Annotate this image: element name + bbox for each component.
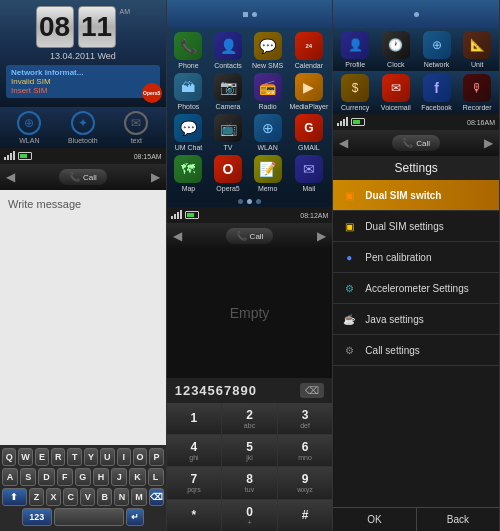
dialer-key-7[interactable]: 7 pqrs [167,467,222,498]
dialer-backspace[interactable]: ⌫ [300,383,324,398]
write-message-area[interactable]: Write message [0,190,166,445]
kb-key-v[interactable]: V [80,488,95,506]
dialer-key-0[interactable]: 0 + [222,500,277,531]
kb-key-a[interactable]: A [2,468,18,486]
quick-icon-bluetooth[interactable]: ✦ Bluetooth [68,111,98,144]
kb-key-j[interactable]: J [111,468,127,486]
kb-key-d[interactable]: D [38,468,54,486]
settings-item-call[interactable]: ⚙ Call settings [333,335,499,366]
p3-nav-left[interactable]: ◀ [339,136,348,150]
kb-key-r[interactable]: R [51,448,65,466]
dialer-key-9[interactable]: 9 wxyz [278,467,333,498]
app-camera[interactable]: 📷 Camera [210,73,246,110]
dialer-key-6[interactable]: 6 mno [278,435,333,466]
dialer-key-star[interactable]: * [167,500,222,531]
dialer-key-2[interactable]: 2 abc [222,403,277,434]
p1-nav-left[interactable]: ◀ [6,170,15,184]
app-tv[interactable]: 📺 TV [210,114,246,151]
kb-key-z[interactable]: Z [29,488,44,506]
kb-key-i[interactable]: I [117,448,131,466]
phone-label: Phone [178,62,198,69]
app-profile[interactable]: 👤 Profile [336,31,374,68]
p2-nav-left[interactable]: ◀ [173,229,182,243]
kb-key-s[interactable]: S [20,468,36,486]
app-voicemail[interactable]: ✉ Voicemail [377,74,415,111]
dialer-key-3[interactable]: 3 def [278,403,333,434]
empty-label: Empty [230,305,270,321]
app-calendar[interactable]: 24 Calendar [289,32,328,69]
kb-space[interactable] [54,508,124,526]
kb-shift[interactable]: ⬆ [2,488,27,506]
app-mail[interactable]: ✉ Mail [289,155,328,192]
app-mediaplayer[interactable]: ▶ MediaPlayer [289,73,328,110]
p1-nav-right[interactable]: ▶ [151,170,160,184]
opera-badge[interactable]: Opera5 [142,83,162,103]
settings-item-pen-calibration[interactable]: ● Pen calibration [333,242,499,273]
dialer-key-5[interactable]: 5 jkl [222,435,277,466]
quick-icon-wlan[interactable]: ⊕ WLAN [17,111,41,144]
settings-item-dual-sim-settings[interactable]: ▣ Dual SIM settings [333,211,499,242]
dialer-key-4[interactable]: 4 ghi [167,435,222,466]
clock-icon: 🕐 [382,31,410,59]
app-clock[interactable]: 🕐 Clock [377,31,415,68]
app-phone[interactable]: 📞 Phone [171,32,207,69]
app-radio[interactable]: 📻 Radio [250,73,286,110]
settings-item-accelerometer[interactable]: ⚙ Accelerometer Settings [333,273,499,304]
app-map[interactable]: 🗺 Map [171,155,207,192]
kb-key-m[interactable]: M [131,488,146,506]
app-wlan[interactable]: ⊕ WLAN [250,114,286,151]
app-currency[interactable]: $ Currency [336,74,374,111]
kb-key-b[interactable]: B [97,488,112,506]
app-opera[interactable]: O Opera5 [210,155,246,192]
dialer-key-1[interactable]: 1 [167,403,222,434]
kb-key-l[interactable]: L [148,468,164,486]
dialer-key-8[interactable]: 8 tuv [222,467,277,498]
kb-enter[interactable]: ↵ [126,508,144,526]
kb-backspace[interactable]: ⌫ [149,488,164,506]
app-photos[interactable]: 🏔 Photos [171,73,207,110]
p3-call-button[interactable]: 📞 Call [392,135,440,151]
kb-key-o[interactable]: O [133,448,147,466]
kb-key-e[interactable]: E [35,448,49,466]
kb-key-c[interactable]: C [63,488,78,506]
back-button[interactable]: Back [417,508,499,531]
app-memo[interactable]: 📝 Memo [250,155,286,192]
kb-key-h[interactable]: H [93,468,109,486]
app-gmail[interactable]: G GMAIL [289,114,328,151]
kb-key-t[interactable]: T [67,448,81,466]
app-recorder[interactable]: 🎙 Recorder [458,74,496,111]
app-facebook[interactable]: f Facebook [418,74,456,111]
kb-key-f[interactable]: F [57,468,73,486]
p1-call-button[interactable]: 📞 Call [59,169,107,185]
dual-sim-switch-icon: ▣ [341,187,357,203]
kb-key-w[interactable]: W [18,448,32,466]
settings-item-dual-sim-switch[interactable]: ▣ Dual SIM switch [333,180,499,211]
settings-item-java[interactable]: ☕ Java settings [333,304,499,335]
kb-key-x[interactable]: X [46,488,61,506]
dialer-key-hash[interactable]: # [278,500,333,531]
keyboard[interactable]: Q W E R T Y U I O P A S D F G H J K L ⬆ … [0,445,166,531]
p2-nav-right[interactable]: ▶ [317,229,326,243]
quick-icon-text[interactable]: ✉ text [124,111,148,144]
ok-button[interactable]: OK [333,508,416,531]
nav-dot-1[interactable] [238,199,243,204]
kb-key-q[interactable]: Q [2,448,16,466]
kb-key-y[interactable]: Y [84,448,98,466]
app-unit[interactable]: 📐 Unit [458,31,496,68]
nav-dot-2[interactable] [247,199,252,204]
kb-key-n[interactable]: N [114,488,129,506]
kb-row-2: A S D F G H J K L [2,468,164,486]
kb-123[interactable]: 123 [22,508,52,526]
kb-key-p[interactable]: P [149,448,163,466]
radio-icon: 📻 [254,73,282,101]
kb-key-u[interactable]: U [100,448,114,466]
nav-dot-3[interactable] [256,199,261,204]
p2-call-button[interactable]: 📞 Call [226,228,274,244]
app-contacts[interactable]: 👤 Contacts [210,32,246,69]
kb-key-g[interactable]: G [75,468,91,486]
app-umchat[interactable]: 💬 UM Chat [171,114,207,151]
app-network[interactable]: ⊕ Network [418,31,456,68]
kb-key-k[interactable]: K [129,468,145,486]
p3-nav-right[interactable]: ▶ [484,136,493,150]
app-new-sms[interactable]: 💬 New SMS [250,32,286,69]
